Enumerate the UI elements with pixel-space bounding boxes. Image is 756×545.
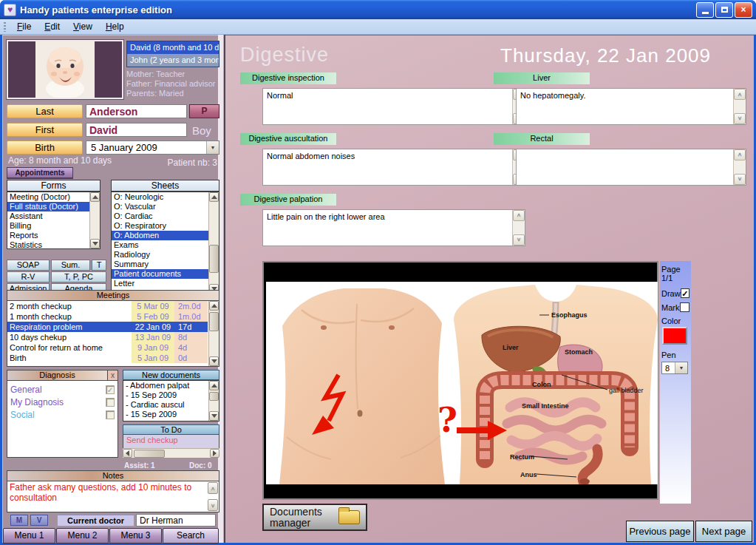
sheets-item[interactable]: O: Neurologic	[112, 192, 208, 202]
forms-item-selected[interactable]: Full status (Doctor)	[7, 202, 89, 211]
meeting-row[interactable]: Control for return at home 9 Jan 09 4d	[7, 342, 208, 353]
meeting-row-selected[interactable]: Respiration problem 22 Jan 09 17d	[7, 322, 208, 332]
scroll-up-button[interactable]	[209, 301, 219, 311]
new-doc-line[interactable]: - 15 Sep 2009	[123, 410, 208, 419]
forms-item[interactable]: Reports	[7, 231, 89, 240]
t-button[interactable]: T	[92, 260, 106, 271]
sheets-item-abdomen-selected[interactable]: O: Abdomen	[112, 231, 208, 240]
mark-checkbox[interactable]	[680, 302, 689, 312]
rectal-textarea[interactable]: ∧∨	[516, 149, 746, 186]
digestive-palpation-textarea[interactable]: Little pain on the right lower area ∧∨	[262, 209, 525, 246]
toolbar-grip[interactable]	[4, 22, 6, 32]
diagnosis-item[interactable]: Social	[10, 408, 115, 421]
last-name-field[interactable]: Anderson	[86, 104, 187, 118]
sheets-item[interactable]: Letter	[112, 279, 208, 288]
forms-scrollbar[interactable]	[89, 192, 100, 248]
digestive-auscultation-textarea[interactable]: Normal abdomen noises ∧∨	[262, 149, 525, 186]
p-button[interactable]: P	[189, 104, 219, 118]
meeting-row[interactable]: 10 days chekup 13 Jan 09 8d	[7, 332, 208, 342]
notes-text[interactable]: Father ask many questions, add 10 minute…	[7, 481, 207, 512]
pen-dropdown-button[interactable]: ▼	[675, 362, 687, 373]
tppc-button[interactable]: T, P, PC	[51, 271, 106, 282]
first-name-field[interactable]: David	[86, 123, 187, 137]
search-button[interactable]: Search	[163, 528, 219, 544]
forms-item[interactable]: Statistics	[7, 240, 89, 248]
sheets-item[interactable]: Summary	[112, 260, 208, 269]
current-doctor-field[interactable]: Dr Herman	[136, 514, 216, 527]
next-page-button[interactable]: Next page	[695, 521, 752, 542]
new-documents-scrollbar[interactable]	[208, 381, 219, 421]
forms-item[interactable]: Billing	[7, 221, 89, 231]
scroll-up-button[interactable]: ∧	[513, 210, 525, 221]
rv-button[interactable]: R-V	[7, 271, 50, 282]
scroll-right-button[interactable]	[210, 449, 219, 458]
digestive-inspection-textarea[interactable]: Normal ∧∨	[262, 88, 525, 125]
previous-page-button[interactable]: Previous page	[626, 521, 694, 542]
scroll-up-button[interactable]	[90, 192, 100, 202]
scroll-up-button[interactable]	[209, 192, 219, 202]
sibling-item-john[interactable]: John (2 years and 3 month)	[127, 54, 219, 67]
checkbox[interactable]	[106, 410, 115, 419]
scroll-up-button[interactable]: ∧	[208, 482, 218, 494]
notes-scrollbar[interactable]: ∧ ∨	[207, 481, 219, 512]
menu2-button[interactable]: Menu 2	[56, 528, 109, 544]
meeting-row[interactable]: Birth 5 Jan 09 0d	[7, 353, 208, 363]
menu-help[interactable]: Help	[99, 20, 131, 33]
scroll-down-button[interactable]: ∨	[734, 113, 746, 124]
sheets-item[interactable]: Exams	[112, 240, 208, 250]
sibling-item-david[interactable]: David (8 month and 10 day	[127, 41, 219, 54]
menu-file[interactable]: File	[10, 20, 38, 33]
checkbox[interactable]	[106, 398, 115, 407]
sheets-item[interactable]: Radiology	[112, 250, 208, 260]
new-doc-line[interactable]: - Cardiac auscul	[123, 400, 208, 410]
sum-button[interactable]: Sum.	[51, 260, 90, 271]
scroll-down-button[interactable]	[90, 239, 100, 248]
minimize-button[interactable]	[696, 2, 714, 18]
scroll-down-button[interactable]	[209, 356, 219, 366]
meeting-row[interactable]: 1 month checkup 5 Feb 09 1m.0d	[7, 311, 208, 322]
menu3-button[interactable]: Menu 3	[109, 528, 162, 544]
birth-dropdown-button[interactable]: ▼	[206, 141, 219, 154]
sheets-scrollbar[interactable]	[208, 192, 219, 294]
checkbox-checked[interactable]: ✓	[106, 385, 115, 394]
birth-date-combo[interactable]: 5 January 2009 ▼	[86, 141, 219, 155]
diagnosis-close-button[interactable]: x	[108, 370, 118, 381]
soap-button[interactable]: SOAP	[7, 260, 50, 271]
menu1-button[interactable]: Menu 1	[3, 528, 55, 544]
sheets-item[interactable]: O: Vascular	[112, 202, 208, 211]
appointments-button[interactable]: Appointments	[7, 167, 73, 179]
scroll-up-button[interactable]: ∧	[734, 149, 746, 160]
sheets-item-documents-selected[interactable]: Patient documents	[112, 269, 208, 279]
v-button[interactable]: V	[30, 515, 48, 526]
scroll-down-button[interactable]: ∨	[208, 499, 218, 511]
m-button[interactable]: M	[10, 515, 28, 526]
forms-item[interactable]: Meeting (Doctor)	[7, 192, 89, 202]
documents-manager-button[interactable]: Documents manager	[262, 504, 367, 531]
pen-size-select[interactable]: 8 ▼	[661, 362, 688, 374]
menu-edit[interactable]: Edit	[38, 20, 67, 33]
diagnosis-item[interactable]: General ✓	[10, 383, 115, 396]
sheets-item[interactable]: O: Respiratory	[112, 221, 208, 231]
menu-view[interactable]: View	[67, 20, 99, 33]
sheets-item[interactable]: O: Cardiac	[112, 211, 208, 221]
scroll-down-button[interactable]	[209, 411, 219, 421]
color-swatch-red[interactable]	[662, 327, 687, 345]
close-button[interactable]: ×	[735, 2, 752, 18]
scroll-up-button[interactable]: ∧	[734, 89, 746, 100]
new-doc-line[interactable]: - 15 Sep 2009	[123, 390, 208, 400]
abdomen-image[interactable]: Esophagus Liver Stomach Colon Small Inte…	[262, 261, 658, 500]
todo-hscrollbar[interactable]	[123, 448, 219, 458]
scroll-up-button[interactable]	[209, 381, 219, 390]
draw-checkbox-checked[interactable]: ✓	[681, 288, 689, 298]
meeting-row[interactable]: 2 month checkup 5 Mar 09 2m.0d	[7, 301, 208, 311]
liver-textarea[interactable]: No hepatomegaly. ∧∨	[516, 88, 746, 125]
scroll-down-button[interactable]: ∨	[513, 234, 525, 246]
restore-button[interactable]	[715, 2, 733, 18]
new-doc-line[interactable]: - Abdomen palpat	[123, 381, 208, 390]
forms-item[interactable]: Assistant	[7, 211, 89, 221]
meetings-scrollbar[interactable]	[208, 301, 219, 366]
diagnosis-item[interactable]: My Diagnosis	[10, 396, 115, 408]
scroll-left-button[interactable]	[123, 449, 132, 458]
scroll-down-button[interactable]: ∨	[734, 174, 746, 185]
todo-item[interactable]: Send checkup	[123, 435, 219, 444]
